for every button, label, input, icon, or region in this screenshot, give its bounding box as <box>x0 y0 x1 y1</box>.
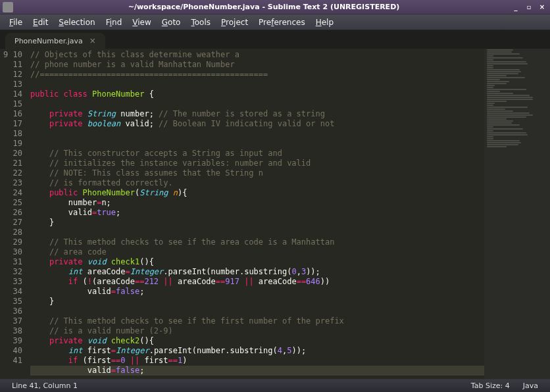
status-language[interactable]: Java <box>516 381 545 390</box>
menu-selection[interactable]: Selection <box>53 16 100 28</box>
menu-preferences[interactable]: Preferences <box>253 16 311 28</box>
menu-help[interactable]: Help <box>311 16 339 28</box>
statusbar: Line 41, Column 1 Tab Size: 4 Java <box>0 379 550 392</box>
tabbar: PhoneNumber.java × <box>0 30 550 49</box>
close-button[interactable]: × <box>537 3 547 12</box>
menu-find[interactable]: Find <box>101 16 128 28</box>
menu-edit[interactable]: Edit <box>28 16 53 28</box>
status-tabsize[interactable]: Tab Size: 4 <box>464 381 516 390</box>
menu-project[interactable]: Project <box>216 16 253 28</box>
status-position[interactable]: Line 41, Column 1 <box>5 381 84 390</box>
app-icon <box>3 2 13 12</box>
code-editor[interactable]: // Objects of this class determine weath… <box>26 49 484 379</box>
menu-goto[interactable]: Goto <box>157 16 186 28</box>
minimize-button[interactable]: _ <box>511 3 521 12</box>
gutter: 9 10 11 12 13 14 15 16 17 18 19 20 21 22… <box>0 49 26 379</box>
minimap[interactable] <box>484 49 550 379</box>
tab-phonenumber[interactable]: PhoneNumber.java × <box>5 33 105 49</box>
tab-close-icon[interactable]: × <box>89 36 96 45</box>
tab-label: PhoneNumber.java <box>14 37 83 45</box>
window-title: ~/workspace/PhoneNumber.java - Sublime T… <box>17 3 511 11</box>
menu-file[interactable]: File <box>4 16 28 28</box>
menu-tools[interactable]: Tools <box>186 16 216 28</box>
window-controls: _ ▫ × <box>511 3 547 12</box>
maximize-button[interactable]: ▫ <box>524 3 534 12</box>
menu-view[interactable]: View <box>127 16 156 28</box>
titlebar: ~/workspace/PhoneNumber.java - Sublime T… <box>0 0 550 14</box>
editor-area[interactable]: 9 10 11 12 13 14 15 16 17 18 19 20 21 22… <box>0 49 550 379</box>
menubar: File Edit Selection Find View Goto Tools… <box>0 14 550 30</box>
